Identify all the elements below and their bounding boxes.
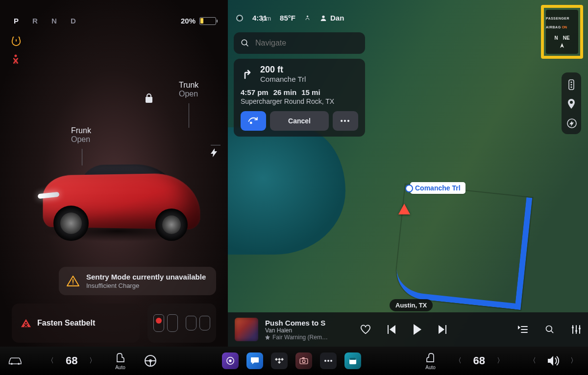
battery-icon	[199, 17, 216, 25]
airbag-mini-icon	[304, 15, 311, 21]
status-time[interactable]: 4:31pm	[252, 14, 271, 22]
airbag-state: ON	[562, 25, 567, 29]
nav-panel: 200 ft Comanche Trl 4:57 pm 26 min 15 mi…	[234, 32, 365, 137]
profile-button[interactable]: Dan	[319, 14, 344, 22]
svg-point-24	[302, 360, 305, 363]
compass-arrow-icon	[559, 43, 565, 49]
passenger-temp-group: 〈 68 〉	[451, 353, 508, 368]
lock-icon[interactable]	[145, 93, 153, 103]
screen: P R N D 20% Trunk Open	[0, 0, 588, 375]
map-street-label[interactable]: Comanche Trl	[410, 182, 466, 194]
fasten-seatbelt-card[interactable]: Fasten Seatbelt	[12, 304, 140, 343]
trunk-label: Trunk	[179, 81, 198, 90]
queue-button[interactable]	[517, 326, 528, 333]
turn-street: Comanche Trl	[260, 75, 306, 83]
trunk-callout[interactable]: Trunk Open	[179, 81, 198, 98]
volume-icon[interactable]	[545, 352, 562, 369]
driver-temp-group: 〈 68 〉	[43, 353, 100, 368]
status-temp[interactable]: 85°F	[280, 14, 295, 22]
svg-rect-25	[302, 357, 305, 359]
nav-mode-button[interactable]	[241, 111, 266, 131]
search-icon	[241, 39, 249, 47]
steering-heat-icon[interactable]	[142, 352, 159, 369]
nav-search-input[interactable]	[255, 39, 358, 47]
volume-up[interactable]: 〉	[566, 353, 581, 368]
turn-distance: 200 ft	[260, 65, 306, 75]
vehicle-panel: P R N D 20% Trunk Open	[0, 0, 228, 347]
app-launcher[interactable]	[320, 352, 337, 369]
sentry-dot-icon[interactable]	[236, 14, 244, 22]
passenger-seat-heater[interactable]: Auto	[424, 352, 437, 370]
favorite-button[interactable]	[360, 325, 371, 334]
svg-point-27	[327, 360, 329, 362]
app-dashcam[interactable]	[222, 352, 239, 369]
seat-occupancy-card[interactable]	[147, 304, 216, 343]
turn-right-icon	[241, 68, 253, 80]
battery-status[interactable]: 20%	[181, 17, 216, 25]
car-icon[interactable]	[7, 352, 24, 369]
nav-more-button[interactable]: •••	[333, 111, 358, 131]
svg-point-17	[11, 363, 13, 365]
album-art[interactable]	[235, 318, 258, 341]
passenger-temp[interactable]: 68	[470, 354, 488, 367]
seat-front-left	[153, 314, 164, 332]
svg-point-28	[330, 360, 332, 362]
volume-group: 〈 〉	[525, 352, 581, 369]
volume-down[interactable]: 〈	[525, 353, 540, 368]
driver-temp-up[interactable]: 〉	[85, 353, 100, 368]
app-messages[interactable]	[246, 352, 263, 369]
sentry-alert-subtitle: Insufficient Charge	[86, 282, 206, 289]
traffic-light-icon[interactable]	[567, 79, 576, 88]
passenger-temp-up[interactable]: 〉	[493, 353, 508, 368]
sentry-alert-title: Sentry Mode currently unavailable	[86, 273, 206, 281]
map-pin-icon[interactable]	[567, 99, 576, 108]
svg-rect-23	[300, 359, 308, 364]
car-illustration	[27, 137, 208, 245]
svg-point-5	[322, 15, 324, 18]
current-location-marker	[398, 204, 410, 214]
sentry-alert[interactable]: Sentry Mode currently unavailable Insuff…	[59, 267, 216, 295]
driver-temp-down[interactable]: 〈	[43, 353, 58, 368]
equalizer-button[interactable]	[571, 325, 581, 334]
profile-name: Dan	[330, 14, 344, 22]
seatbelt-warning-icon[interactable]	[11, 54, 22, 65]
track-title: Push Comes to S	[265, 319, 339, 327]
eta-arrive: 4:57 pm	[241, 88, 269, 96]
fasten-seatbelt-label: Fasten Seatbelt	[37, 319, 95, 328]
airbag-widget[interactable]: PASSENGER AIRBAGON NNE	[546, 10, 578, 54]
svg-point-26	[324, 360, 326, 362]
nav-search[interactable]	[234, 32, 365, 54]
seat-rear-1	[186, 316, 196, 330]
next-track-button[interactable]	[438, 325, 447, 334]
passenger-temp-down[interactable]: 〈	[451, 353, 466, 368]
map-side-rail	[562, 72, 581, 134]
svg-point-10	[570, 84, 572, 85]
svg-point-18	[18, 363, 20, 365]
prev-track-button[interactable]	[387, 325, 396, 334]
tpms-icon[interactable]	[11, 35, 22, 46]
svg-point-14	[572, 327, 574, 328]
charge-port-icon[interactable]	[211, 145, 220, 157]
nav-cancel-button[interactable]: Cancel	[270, 111, 329, 131]
map-panel[interactable]: Comanche Trl Austin, TX 4:31pm 85°F Dan	[228, 0, 588, 347]
svg-point-20	[149, 359, 152, 362]
eta-duration: 26 min	[273, 88, 297, 96]
map-city-label[interactable]: Austin, TX	[390, 299, 433, 311]
seatbelt-alert-icon	[21, 318, 31, 328]
driver-seat-heater[interactable]: Auto	[114, 352, 126, 370]
supercharger-icon[interactable]	[567, 118, 576, 127]
svg-point-9	[570, 81, 572, 83]
trunk-action: Open	[179, 90, 198, 98]
play-button[interactable]	[412, 324, 422, 335]
app-tidal[interactable]	[271, 352, 288, 369]
app-camera[interactable]	[295, 352, 312, 369]
svg-point-4	[307, 16, 308, 17]
track-artist: Van Halen	[265, 327, 339, 334]
media-search-button[interactable]	[545, 325, 555, 334]
seat-rear-2	[199, 316, 210, 330]
track-info[interactable]: Push Comes to S Van Halen Fair Warning (…	[265, 319, 339, 341]
app-calendar[interactable]	[344, 352, 361, 369]
driver-temp[interactable]: 68	[63, 354, 80, 367]
route-card: 200 ft Comanche Trl 4:57 pm 26 min 15 mi…	[234, 59, 365, 137]
eta-distance: 15 mi	[301, 88, 320, 96]
